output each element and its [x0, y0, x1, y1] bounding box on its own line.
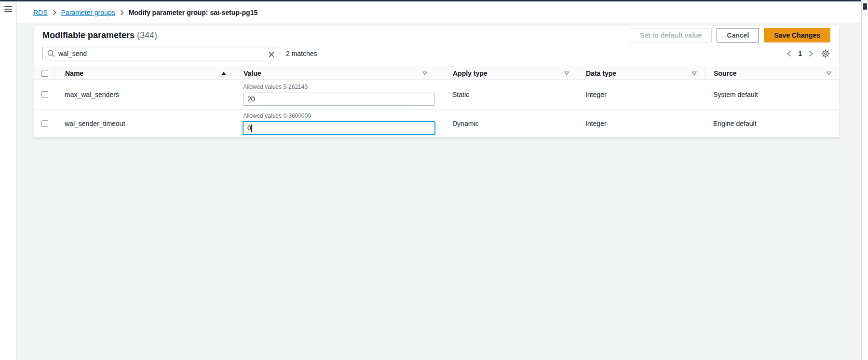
- parameter-value-input[interactable]: [243, 122, 435, 135]
- apply-type: Dynamic: [444, 120, 577, 127]
- cancel-button[interactable]: Cancel: [717, 28, 759, 42]
- row-checkbox[interactable]: [41, 91, 48, 98]
- column-label: Source: [714, 69, 736, 77]
- table-row: max_wal_senders Allowed values 5-262143 …: [34, 80, 839, 110]
- current-page[interactable]: 1: [798, 50, 802, 57]
- scrollbar-track[interactable]: [861, 1, 868, 360]
- parameter-name: max_wal_senders: [54, 80, 234, 109]
- chevron-right-icon: [53, 10, 56, 15]
- main-area: RDS Parameter groups Modify parameter gr…: [17, 1, 861, 138]
- column-header-value[interactable]: Value: [234, 67, 444, 79]
- search-input[interactable]: [42, 47, 279, 60]
- filter-icon[interactable]: [827, 71, 831, 75]
- breadcrumb: RDS Parameter groups Modify parameter gr…: [17, 1, 861, 23]
- breadcrumb-link-rds[interactable]: RDS: [33, 9, 48, 16]
- parameter-count: (344): [137, 30, 157, 40]
- data-type: Integer: [577, 120, 705, 127]
- scrollbar-thumb[interactable]: [863, 3, 867, 10]
- clear-search-icon[interactable]: [269, 51, 274, 59]
- table-header: Name Value Apply type: [34, 67, 839, 80]
- text-cursor: [251, 125, 252, 132]
- select-all-checkbox[interactable]: [41, 70, 48, 77]
- card-header: Modifiable parameters (344) Set to defau…: [34, 26, 839, 47]
- pagination: 1: [787, 50, 813, 57]
- row-select-cell: [34, 110, 54, 137]
- left-rail: [0, 1, 16, 360]
- next-page-icon[interactable]: [809, 50, 813, 57]
- filter-icon[interactable]: [692, 71, 697, 75]
- modifiable-parameters-card: Modifiable parameters (344) Set to defau…: [33, 25, 840, 138]
- column-header-apply-type[interactable]: Apply type: [444, 67, 577, 79]
- breadcrumb-current: Modify parameter group: sai-setup-pg15: [129, 9, 258, 16]
- data-type: Integer: [577, 91, 705, 98]
- previous-page-icon[interactable]: [787, 50, 791, 57]
- search-icon: [47, 50, 55, 59]
- value-cell: Allowed values 5-262143: [234, 83, 444, 106]
- select-all-cell: [34, 67, 54, 79]
- action-buttons: Set to default value Cancel Save Changes: [630, 28, 830, 42]
- table-toolbar: 2 matches 1: [34, 47, 839, 67]
- source: System default: [705, 91, 839, 98]
- filter-icon[interactable]: [422, 71, 427, 75]
- top-edge-bar: [0, 0, 861, 1]
- settings-gear-icon[interactable]: [821, 49, 830, 58]
- title-text: Modifiable parameters: [42, 30, 135, 40]
- parameter-value-input[interactable]: [243, 93, 435, 106]
- column-header-data-type[interactable]: Data type: [577, 67, 705, 79]
- sort-ascending-icon[interactable]: [221, 71, 226, 75]
- chevron-right-icon: [120, 10, 124, 15]
- column-label: Value: [244, 69, 261, 77]
- parameter-name: wal_sender_timeout: [54, 110, 234, 137]
- source: Engine default: [705, 120, 839, 127]
- set-to-default-button[interactable]: Set to default value: [630, 28, 712, 42]
- row-select-cell: [34, 80, 54, 109]
- column-label: Apply type: [453, 69, 488, 77]
- column-header-source[interactable]: Source: [705, 67, 839, 79]
- table-row: wal_sender_timeout Allowed values 0-3600…: [34, 110, 839, 138]
- filter-icon[interactable]: [564, 71, 569, 75]
- search-box: [42, 47, 279, 60]
- allowed-values-hint: Allowed values 0-3600000: [243, 112, 435, 119]
- allowed-values-hint: Allowed values 5-262143: [243, 83, 435, 90]
- menu-icon[interactable]: [4, 6, 12, 12]
- match-count: 2 matches: [286, 50, 317, 57]
- column-header-name[interactable]: Name: [54, 67, 234, 79]
- column-label: Data type: [586, 69, 616, 77]
- page-title: Modifiable parameters (344): [42, 30, 157, 41]
- row-checkbox[interactable]: [41, 120, 48, 127]
- save-changes-button[interactable]: Save Changes: [764, 28, 830, 42]
- content: Modifiable parameters (344) Set to defau…: [17, 23, 861, 138]
- value-cell: Allowed values 0-3600000: [234, 112, 444, 135]
- column-label: Name: [65, 69, 83, 77]
- breadcrumb-link-parameter-groups[interactable]: Parameter groups: [61, 9, 115, 16]
- apply-type: Static: [444, 91, 577, 98]
